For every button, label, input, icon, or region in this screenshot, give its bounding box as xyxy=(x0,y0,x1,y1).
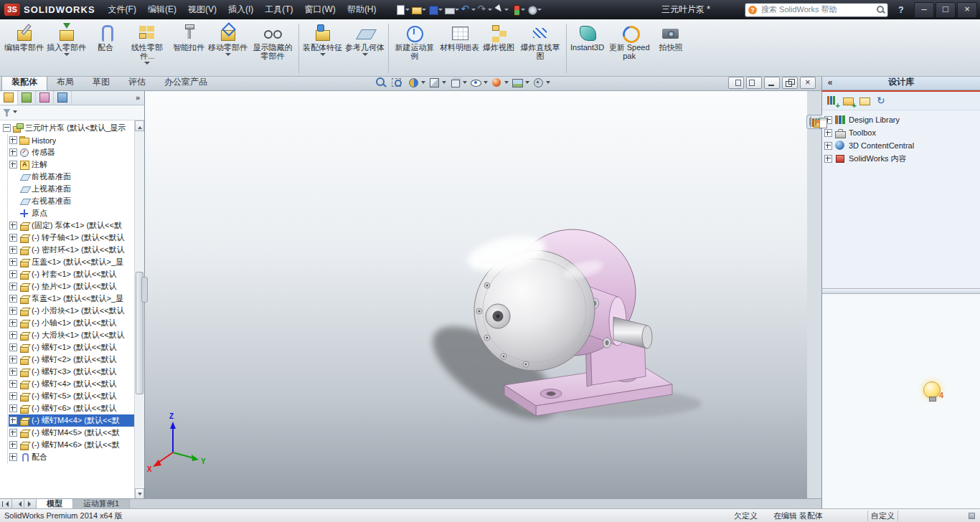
preview-pane-icon[interactable] xyxy=(728,77,744,89)
tree-item[interactable]: (-) 衬套<1> (默认<<默认 xyxy=(9,268,134,280)
tree-item[interactable]: (-) 小轴<1> (默认<<默认 xyxy=(9,317,134,329)
tree-item[interactable]: History xyxy=(9,134,134,146)
menu-file[interactable]: 文件(F) xyxy=(103,0,142,19)
expand-icon[interactable] xyxy=(9,136,17,144)
edit-appearance-icon[interactable] xyxy=(490,76,509,89)
edit-component-button[interactable]: 编辑零部件 xyxy=(3,21,45,76)
create-folder-icon[interactable] xyxy=(859,95,872,108)
assembly-features-button[interactable]: 装配体特征 xyxy=(301,21,344,76)
chevron-down-icon[interactable] xyxy=(463,81,467,86)
expand-icon[interactable] xyxy=(9,404,17,412)
chevron-down-icon[interactable] xyxy=(13,110,17,115)
scroll-up-icon[interactable] xyxy=(135,120,144,131)
collapse-icon[interactable] xyxy=(3,124,11,132)
split-pane-icon[interactable] xyxy=(746,77,762,89)
graphics-area[interactable]: Z X Y xyxy=(144,90,807,499)
panel-splitter[interactable] xyxy=(141,277,148,303)
new-document-icon[interactable] xyxy=(394,4,407,16)
scroll-next-icon[interactable] xyxy=(24,499,37,509)
tree-scrollbar[interactable] xyxy=(134,120,144,499)
library-item-toolbox[interactable]: Toolbox xyxy=(824,126,979,139)
smart-fasteners-button[interactable]: 智能扣件 xyxy=(171,21,207,76)
minimize-icon[interactable] xyxy=(914,2,934,18)
new-motion-study-button[interactable]: 新建运动算例 xyxy=(391,21,438,76)
expand-icon[interactable] xyxy=(9,319,17,327)
menu-tools[interactable]: 工具(T) xyxy=(259,0,298,19)
refresh-icon[interactable] xyxy=(875,95,889,108)
expand-icon[interactable] xyxy=(9,429,17,437)
menu-window[interactable]: 窗口(W) xyxy=(299,0,341,19)
move-component-button[interactable]: 移动零部件 xyxy=(207,21,249,76)
expand-icon[interactable] xyxy=(9,161,17,169)
chevron-down-icon[interactable] xyxy=(484,81,488,86)
chevron-down-icon[interactable] xyxy=(525,81,529,86)
tab-model[interactable]: 模型 xyxy=(37,499,73,509)
tab-evaluate[interactable]: 评估 xyxy=(119,75,155,90)
reference-geometry-button[interactable]: 参考几何体 xyxy=(344,21,386,76)
filter-icon[interactable] xyxy=(3,109,11,117)
tree-item[interactable]: (-) 密封环<1> (默认<<默认 xyxy=(9,244,134,256)
scroll-prev-icon[interactable] xyxy=(12,499,24,509)
menu-edit[interactable]: 编辑(E) xyxy=(142,0,182,19)
add-to-library-icon[interactable] xyxy=(826,95,839,108)
undo-icon[interactable] xyxy=(460,4,473,16)
view-orientation-icon[interactable] xyxy=(428,76,447,89)
redo-icon[interactable] xyxy=(476,4,490,16)
show-hidden-components-button[interactable]: 显示隐藏的零部件 xyxy=(249,21,296,76)
scroll-down-icon[interactable] xyxy=(135,488,144,499)
tree-item[interactable]: 配合 xyxy=(9,451,134,463)
tree-item[interactable]: (固定) 泵体<1> (默认<<默 xyxy=(9,219,134,232)
options-icon[interactable] xyxy=(526,4,540,16)
tree-item-selected[interactable]: (-) 螺钉M4<4> (默认<<默 xyxy=(9,414,134,427)
scroll-first-icon[interactable] xyxy=(0,499,12,509)
tree-item[interactable]: (-) 垫片<1> (默认<<默认 xyxy=(9,280,134,293)
save-icon[interactable] xyxy=(427,4,440,16)
library-item-solidworks-content[interactable]: SolidWorks 内容 xyxy=(824,152,979,165)
display-style-icon[interactable] xyxy=(448,76,468,89)
doc-restore-icon[interactable] xyxy=(782,77,798,89)
tab-office-products[interactable]: 办公室产品 xyxy=(155,75,217,90)
expand-icon[interactable] xyxy=(9,295,17,303)
tab-feature-manager[interactable] xyxy=(0,90,18,105)
tab-sketch[interactable]: 草图 xyxy=(83,75,119,90)
maximize-icon[interactable] xyxy=(936,2,956,18)
expand-icon[interactable] xyxy=(9,307,17,315)
tree-item[interactable]: 右视基准面 xyxy=(9,195,134,207)
doc-minimize-icon[interactable] xyxy=(764,77,780,89)
light-bulb-icon[interactable] xyxy=(923,381,941,399)
expand-icon[interactable] xyxy=(9,380,17,388)
tree-item[interactable]: 传感器 xyxy=(9,146,134,158)
expand-icon[interactable] xyxy=(9,270,17,278)
menu-help[interactable]: 帮助(H) xyxy=(341,0,382,19)
section-view-icon[interactable] xyxy=(407,76,426,89)
tree-item[interactable]: (-) 螺钉<6> (默认<<默认 xyxy=(9,402,134,414)
custom-properties-icon[interactable] xyxy=(816,116,817,128)
tree-item[interactable]: (-) 螺钉<2> (默认<<默认 xyxy=(9,353,134,366)
tree-item[interactable]: 压盖<1> (默认<<默认>_显 xyxy=(9,256,134,268)
tree-item[interactable]: 上视基准面 xyxy=(9,183,134,195)
chevron-down-icon[interactable] xyxy=(421,81,425,86)
expand-icon[interactable] xyxy=(9,356,17,364)
tree-item[interactable]: (-) 转子轴<1> (默认<<默认 xyxy=(9,232,134,244)
chevron-down-icon[interactable] xyxy=(362,53,368,59)
apply-scene-icon[interactable] xyxy=(511,76,530,89)
view-settings-icon[interactable] xyxy=(532,76,551,89)
tab-motion-study-1[interactable]: 运动算例1 xyxy=(73,499,130,509)
select-icon[interactable] xyxy=(493,4,507,16)
expand-icon[interactable] xyxy=(9,234,17,242)
panel-expand-icon[interactable] xyxy=(131,90,144,105)
expand-icon[interactable] xyxy=(824,155,832,163)
expand-icon[interactable] xyxy=(824,142,832,150)
linear-component-pattern-button[interactable]: 线性零部件... xyxy=(123,21,171,76)
expand-icon[interactable] xyxy=(9,368,17,376)
tab-property-manager[interactable] xyxy=(18,90,36,105)
print-icon[interactable] xyxy=(443,4,457,16)
doc-close-icon[interactable] xyxy=(800,77,816,89)
tree-item-root[interactable]: 三元叶片泵 (默认<默认_显示 xyxy=(2,122,134,134)
tree-item[interactable]: (-) 螺钉<5> (默认<<默认 xyxy=(9,390,134,402)
instant3d-button[interactable]: Instant3D xyxy=(569,21,606,76)
take-snapshot-button[interactable]: 拍快照 xyxy=(653,21,689,76)
expand-icon[interactable] xyxy=(9,283,17,290)
library-item-3dcontentcentral[interactable]: 3D ContentCentral xyxy=(824,139,979,152)
help-icon[interactable] xyxy=(894,5,908,15)
